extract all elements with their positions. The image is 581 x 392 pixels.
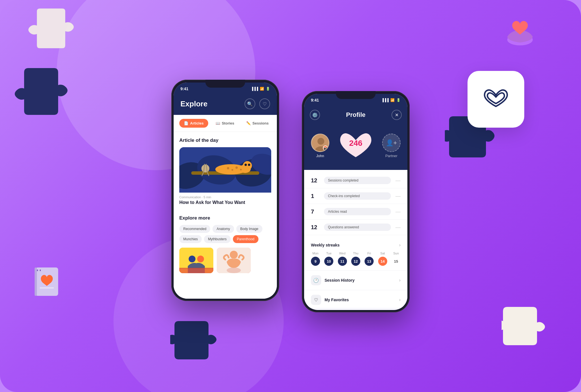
day-sat: Sat 14 (378, 252, 387, 266)
user-name: John (316, 154, 324, 158)
svg-point-30 (197, 256, 204, 262)
stat-articles-action[interactable]: — (395, 209, 401, 215)
stat-questions-number: 12 (311, 224, 319, 231)
tab-sessions[interactable]: ✏️ Sessions (242, 119, 273, 128)
menu-session-history[interactable]: 🕐 Session History › (304, 271, 407, 290)
status-icons-explore: ▐▐▐ 📶 🔋 (251, 87, 270, 91)
logo-card (468, 71, 524, 128)
my-favorites-label: My Favorites (325, 298, 396, 302)
tab-stories[interactable]: 📖 Stories (211, 119, 239, 128)
svg-point-16 (248, 164, 250, 166)
search-button[interactable]: 🔍 (245, 98, 255, 109)
status-time-profile: 9:41 (311, 98, 319, 102)
explore-phone: 9:41 ▐▐▐ 📶 🔋 Explore 🔍 ♡ 📄 Ar (171, 80, 279, 301)
tag-body-image[interactable]: Body Image (236, 225, 262, 233)
svg-point-21 (201, 165, 209, 172)
tag-mythbusters[interactable]: Mythbusters (204, 235, 230, 243)
svg-rect-2 (40, 287, 54, 288)
heart-score-svg: 246 (337, 130, 374, 161)
svg-point-17 (227, 167, 229, 169)
day-mon-label: Mon (312, 252, 318, 255)
notebook-deco (34, 266, 60, 298)
day-sat-num: 14 (378, 257, 387, 266)
stat-questions-action[interactable]: — (395, 224, 401, 230)
signal-icon: ▐▐▐ (251, 87, 258, 91)
stat-checkins-action[interactable]: — (395, 193, 401, 199)
puzzle-left-dark (14, 62, 77, 125)
weekly-streaks-section: Weekly streaks › Mon 9 Tue 10 W (304, 238, 407, 271)
user-avatar: 📷 (311, 134, 329, 152)
stat-row-questions: 12 Questions answered — (304, 220, 407, 235)
status-time-explore: 9:41 (180, 87, 188, 91)
svg-point-36 (317, 138, 324, 145)
stat-articles-number: 7 (311, 208, 319, 215)
puzzle-bottom-dark (170, 318, 221, 364)
mini-card-2[interactable] (217, 248, 251, 273)
tag-anatomy[interactable]: Anatomy (212, 225, 234, 233)
battery-icon-2: 🔋 (396, 98, 401, 102)
stat-row-articles: 7 Articles read — (304, 204, 407, 220)
settings-button[interactable]: ⚙️ (310, 110, 320, 120)
profile-screen: 9:41 ▐▐▐ 📶 🔋 ⚙️ Profile ✕ (304, 94, 407, 310)
day-fri-label: Fri (367, 252, 371, 255)
stat-checkins-number: 1 (311, 193, 319, 199)
menu-my-favorites[interactable]: ♡ My Favorites › (304, 290, 407, 308)
explore-header: Explore 🔍 ♡ (174, 95, 277, 115)
tag-parenthood[interactable]: Parenthood (233, 235, 258, 243)
day-wed-num: 11 (338, 257, 347, 266)
svg-point-14 (243, 161, 252, 170)
tab-articles[interactable]: 📄 Articles (179, 119, 208, 128)
tag-munchies[interactable]: Munchies (179, 235, 202, 243)
day-wed-label: Wed (339, 252, 345, 255)
profile-phone: 9:41 ▐▐▐ 📶 🔋 ⚙️ Profile ✕ (302, 91, 410, 312)
svg-point-34 (227, 267, 241, 273)
day-fri-num: 13 (365, 257, 374, 266)
day-tue-num: 10 (324, 257, 333, 266)
day-thu-num: 12 (351, 257, 360, 266)
svg-point-19 (235, 167, 238, 169)
logo-heart-icon (482, 88, 510, 111)
sessions-icon: ✏️ (246, 121, 251, 125)
heart-score-container: 246 (337, 130, 374, 161)
my-favorites-icon: ♡ (311, 295, 321, 305)
wifi-icon: 📶 (260, 87, 264, 91)
tab-bar-explore: 📄 Articles 📖 Stories ✏️ Sessions (174, 115, 277, 132)
tag-recommended[interactable]: Recommended (179, 225, 210, 233)
partner-label: Partner (385, 154, 397, 158)
day-thu-label: Thu (353, 252, 359, 255)
day-wed: Wed 11 (338, 252, 347, 266)
card-grid (179, 248, 271, 273)
stat-questions-label: Questions answered (324, 224, 391, 231)
explore-content: Article of the day (174, 132, 277, 299)
profile-content: 📷 John 246 👤+ (304, 126, 407, 308)
svg-rect-4 (40, 269, 41, 271)
session-history-label: Session History (325, 278, 396, 283)
close-button[interactable]: ✕ (391, 110, 402, 120)
partner-icon[interactable]: 👤+ (382, 134, 401, 152)
day-mon-num: 9 (311, 257, 320, 266)
status-icons-profile: ▐▐▐ 📶 🔋 (381, 98, 401, 102)
wifi-icon-2: 📶 (390, 98, 395, 102)
mini-card-1[interactable] (179, 248, 213, 273)
my-favorites-arrow: › (399, 297, 401, 302)
profile-header: ⚙️ Profile ✕ (304, 106, 407, 126)
day-tue-label: Tue (326, 252, 332, 255)
article-title: How to Ask for What You Want (179, 200, 271, 205)
stat-sessions-action[interactable]: — (395, 178, 401, 184)
streaks-header: Weekly streaks › (311, 243, 401, 248)
camera-icon: 📷 (323, 146, 328, 151)
user-avatar-wrap: 📷 John (311, 134, 329, 158)
article-card[interactable]: Communication · 5 min How to Ask for Wha… (179, 147, 271, 211)
explore-screen: 9:41 ▐▐▐ 📶 🔋 Explore 🔍 ♡ 📄 Ar (174, 83, 277, 299)
explore-more-title: Explore more (179, 215, 271, 221)
user-section: 📷 John 246 👤+ (304, 126, 407, 170)
svg-point-33 (230, 251, 238, 259)
day-sat-label: Sat (380, 252, 385, 255)
day-tue: Tue 10 (324, 252, 333, 266)
stat-articles-label: Articles read (324, 208, 391, 215)
svg-rect-31 (179, 268, 213, 273)
streaks-arrow[interactable]: › (399, 243, 401, 248)
profile-title: Profile (346, 111, 365, 119)
favorite-button[interactable]: ♡ (259, 98, 270, 109)
days-row: Mon 9 Tue 10 Wed 11 Thu (311, 252, 401, 266)
